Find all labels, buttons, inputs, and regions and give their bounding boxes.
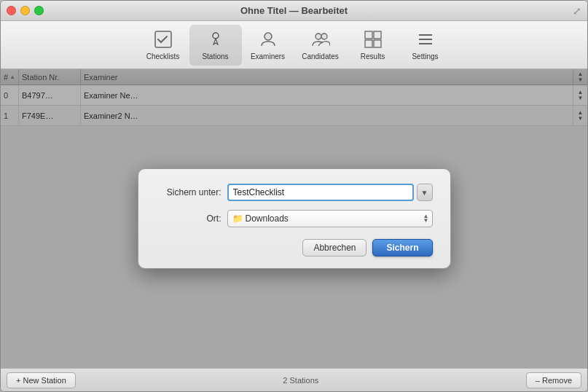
- save-button[interactable]: Sichern: [372, 239, 432, 256]
- bottom-bar: + New Station 2 Stations – Remove: [1, 368, 587, 391]
- svg-rect-7: [365, 40, 372, 47]
- location-select-container: 📁 Downloads ▲▼: [227, 210, 433, 227]
- toolbar-item-results[interactable]: Results: [347, 25, 399, 66]
- select-chevrons-icon: ▲▼: [423, 214, 429, 222]
- toolbar-label-checklists: Checklists: [146, 52, 180, 60]
- maximize-button[interactable]: [34, 6, 44, 15]
- toolbar-label-examiners: Examiners: [251, 52, 285, 60]
- filename-dropdown-btn[interactable]: ▼: [417, 184, 433, 201]
- svg-point-3: [315, 34, 321, 39]
- modal-overlay: Sichern unter: ▼ Ort: 📁 Downloads ▲▼: [1, 69, 587, 368]
- svg-rect-5: [365, 31, 372, 39]
- dialog-location-row: Ort: 📁 Downloads ▲▼: [156, 210, 433, 227]
- location-select[interactable]: 📁 Downloads ▲▼: [227, 210, 433, 227]
- dialog-filename-row: Sichern unter: ▼: [156, 184, 433, 201]
- results-icon: [363, 29, 383, 50]
- filename-input[interactable]: [227, 184, 414, 201]
- location-label: Ort:: [156, 213, 222, 224]
- toolbar-item-stations[interactable]: Stations: [189, 25, 242, 66]
- title-bar: Ohne Titel — Bearbeitet ⤢: [1, 1, 587, 21]
- window-title: Ohne Titel — Bearbeitet: [240, 5, 348, 16]
- toolbar-item-candidates[interactable]: Candidates: [294, 25, 347, 66]
- toolbar-item-examiners[interactable]: Examiners: [242, 25, 294, 66]
- toolbar-label-candidates: Candidates: [302, 52, 339, 60]
- app-window: Ohne Titel — Bearbeitet ⤢ Checklists Sta…: [0, 0, 588, 392]
- svg-point-4: [321, 34, 327, 39]
- toolbar-label-stations: Stations: [202, 52, 228, 60]
- cancel-button[interactable]: Abbrechen: [302, 239, 366, 256]
- location-value: Downloads: [246, 213, 289, 224]
- stations-count: 2 Stations: [76, 376, 526, 385]
- filename-input-wrap: ▼: [227, 184, 433, 201]
- close-button[interactable]: [7, 6, 16, 15]
- candidates-icon: [310, 29, 331, 50]
- save-dialog: Sichern unter: ▼ Ort: 📁 Downloads ▲▼: [138, 168, 451, 269]
- toolbar-item-settings[interactable]: Settings: [399, 25, 452, 66]
- new-station-button[interactable]: + New Station: [7, 372, 76, 388]
- svg-rect-6: [374, 31, 381, 39]
- window-controls: [7, 6, 44, 15]
- dialog-buttons: Abbrechen Sichern: [156, 239, 433, 256]
- remove-button[interactable]: – Remove: [526, 372, 581, 388]
- settings-icon: [415, 29, 436, 50]
- toolbar: Checklists Stations Examiners: [1, 21, 587, 69]
- folder-icon: 📁: [232, 213, 243, 224]
- svg-point-2: [264, 33, 272, 40]
- stations-icon: [205, 29, 226, 50]
- examiners-icon: [258, 29, 278, 50]
- svg-rect-8: [374, 40, 381, 47]
- toolbar-item-checklists[interactable]: Checklists: [137, 25, 189, 66]
- minimize-button[interactable]: [20, 6, 30, 15]
- checklist-icon: [153, 29, 173, 50]
- toolbar-label-results: Results: [361, 52, 385, 60]
- resize-icon[interactable]: ⤢: [573, 5, 581, 17]
- toolbar-label-settings: Settings: [412, 52, 438, 60]
- main-content: # ▲ Station Nr. Examiner ▲ ▼ 0 B4797… Ex…: [1, 69, 587, 368]
- filename-label: Sichern unter:: [156, 187, 222, 197]
